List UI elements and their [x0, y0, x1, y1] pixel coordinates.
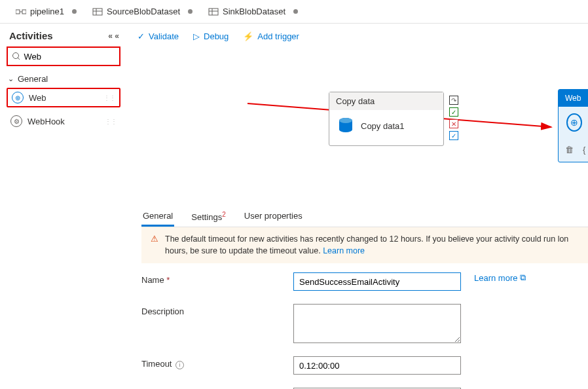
required-marker: *	[166, 275, 170, 285]
timeout-label: Timeout	[141, 359, 172, 369]
tab-source-label: SourceBlobDataset	[107, 7, 180, 16]
delete-icon[interactable]: 🗑	[565, 145, 574, 155]
group-general-label: General	[18, 74, 48, 84]
tab-settings[interactable]: Settings2	[190, 207, 227, 227]
copy-node-name: Copy data1	[361, 121, 405, 131]
activity-web[interactable]: ⊕ Web ⋮⋮	[7, 88, 120, 107]
unsaved-dot-icon	[72, 9, 77, 14]
activity-webhook-label: WebHook	[28, 117, 65, 126]
activities-title: Activities	[9, 30, 53, 41]
timeout-warning: ⚠ The default timeout for new activities…	[141, 227, 588, 263]
chevron-down-icon: ⌄	[8, 75, 14, 83]
unsaved-dot-icon	[293, 9, 298, 14]
timeout-input[interactable]	[293, 356, 461, 375]
svg-rect-6	[209, 9, 218, 15]
tab-pipeline-label: pipeline1	[30, 7, 64, 16]
activity-webhook[interactable]: ⚙ WebHook ⋮⋮	[7, 111, 120, 131]
svg-line-10	[18, 58, 20, 60]
top-tabs: pipeline1 SourceBlobDataset SinkBlobData…	[0, 0, 588, 24]
svg-rect-0	[16, 10, 20, 14]
warning-icon: ⚠	[151, 234, 158, 257]
learn-more-link[interactable]: Learn more⧉	[474, 272, 526, 283]
add-trigger-button[interactable]: ⚡Add trigger	[243, 31, 299, 41]
validate-label: Validate	[149, 31, 179, 41]
drag-handle-icon: ⋮⋮	[105, 118, 117, 125]
globe-icon: ⊕	[12, 92, 24, 103]
search-icon	[12, 52, 20, 61]
copy-data-activity[interactable]: Copy data Copy data1	[329, 92, 444, 146]
name-label: Name	[141, 275, 164, 285]
warning-text-b: hours, be sure to update the timeout val…	[165, 246, 321, 255]
copy-outcome-handles: ↷ ✓ ✕ ✓	[449, 96, 458, 140]
drag-handle-icon: ⋮⋮	[103, 94, 115, 102]
tab-general[interactable]: General	[141, 207, 174, 227]
copy-node-header: Copy data	[329, 92, 443, 110]
skip-handle[interactable]: ↷	[449, 96, 458, 105]
group-general[interactable]: ⌄ General	[7, 70, 120, 88]
description-label: Description	[141, 306, 184, 316]
tab-pipeline[interactable]: pipeline1	[9, 0, 83, 23]
code-icon[interactable]: { }	[583, 145, 588, 155]
activity-web-label: Web	[29, 93, 46, 103]
add-trigger-label: Add trigger	[257, 31, 299, 41]
dataset-icon	[92, 7, 103, 16]
collapse-icon[interactable]: « «	[108, 31, 119, 41]
play-icon: ▷	[193, 31, 200, 41]
warning-text-a: The default timeout for new activities h…	[165, 234, 568, 244]
completion-handle[interactable]: ✓	[449, 131, 458, 140]
web-node-header: Web	[559, 90, 588, 107]
unsaved-dot-icon	[188, 9, 193, 14]
tab-source-ds[interactable]: SourceBlobDataset	[86, 0, 199, 23]
settings-badge: 2	[222, 211, 226, 218]
validate-button[interactable]: ✓Validate	[138, 31, 179, 41]
canvas-toolbar: ✓Validate ▷Debug ⚡Add trigger	[126, 24, 588, 49]
dataset-icon	[208, 7, 219, 16]
svg-point-13	[339, 118, 352, 123]
debug-button[interactable]: ▷Debug	[193, 31, 229, 41]
trigger-icon: ⚡	[243, 31, 253, 41]
web-activity[interactable]: Web ⊕ SendSuccessEmailActivity 🗑 { } ⧉ ➜	[558, 89, 588, 162]
globe-icon: ⊕	[566, 113, 582, 132]
tab-sink-label: SinkBlobDataset	[223, 7, 285, 16]
pipeline-canvas[interactable]: ✓Validate ▷Debug ⚡Add trigger Copy data …	[126, 24, 588, 389]
general-form: Name * Learn more⧉ Description Timeout i…	[141, 266, 588, 389]
activities-search[interactable]	[7, 46, 120, 66]
webhook-icon: ⚙	[10, 115, 22, 127]
success-handle[interactable]: ✓	[449, 107, 458, 117]
failure-handle[interactable]: ✕	[449, 119, 458, 128]
property-tabs: General Settings2 User properties	[141, 207, 588, 227]
activities-search-input[interactable]	[24, 52, 115, 62]
svg-rect-1	[22, 10, 26, 14]
check-icon: ✓	[138, 31, 145, 41]
description-input[interactable]	[293, 304, 461, 343]
svg-rect-3	[93, 9, 102, 15]
tab-user-properties[interactable]: User properties	[243, 207, 304, 227]
name-input[interactable]	[293, 272, 461, 291]
external-link-icon: ⧉	[520, 272, 526, 283]
database-icon	[337, 117, 354, 135]
pipeline-icon	[16, 7, 26, 16]
warning-learn-more-link[interactable]: Learn more	[323, 246, 365, 255]
debug-label: Debug	[204, 31, 229, 41]
activities-panel: Activities « « ⌄ General ⊕ Web ⋮⋮ ⚙ WebH…	[0, 24, 126, 389]
tab-sink-ds[interactable]: SinkBlobDataset	[202, 0, 304, 23]
info-icon[interactable]: i	[175, 361, 184, 369]
